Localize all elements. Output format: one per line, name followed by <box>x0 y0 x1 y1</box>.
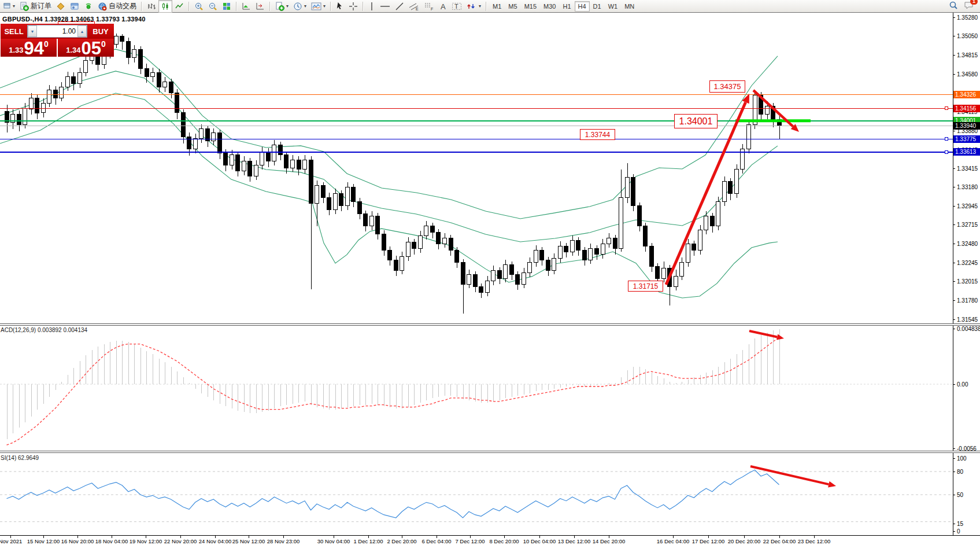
date-label: 20 Dec 20:00 <box>728 538 761 544</box>
timeframe-h1-button[interactable]: H1 <box>559 1 574 12</box>
main-chart-surface[interactable] <box>0 13 953 325</box>
text-tool-button[interactable]: A <box>437 0 449 13</box>
trendline-tool-button[interactable] <box>393 0 406 13</box>
candle-body <box>193 139 197 149</box>
bar-chart-type-button[interactable] <box>145 0 158 13</box>
timeframe-mn-button[interactable]: MN <box>621 1 638 12</box>
volume-stepper: ▼ 1.00 ▲ <box>27 25 87 38</box>
bid-price[interactable]: 1.33 94 0 <box>1 39 57 57</box>
tile-windows-button[interactable] <box>220 0 234 13</box>
hline-handle[interactable] <box>945 107 948 110</box>
date-label: 1 Dec 12:00 <box>353 538 383 544</box>
price-tick: 1.32245 <box>957 260 978 266</box>
volume-decrease-button[interactable]: ▼ <box>28 25 37 37</box>
candle-body <box>175 93 179 113</box>
candle-body <box>467 274 471 284</box>
price-label-1.34375[interactable]: 1.34375 <box>709 80 745 93</box>
new-order-label: 新订单 <box>31 1 51 11</box>
cursor-tool-button[interactable] <box>334 0 346 13</box>
date-label: 15 Nov 12:00 <box>27 538 60 544</box>
candle-body <box>60 87 64 98</box>
toolbar-separator <box>486 2 487 11</box>
notifications-button[interactable]: 1 <box>964 1 974 12</box>
zoom-out-button[interactable] <box>206 0 220 13</box>
periods-button[interactable]: ▾ <box>291 0 309 13</box>
timeframe-w1-button[interactable]: W1 <box>605 1 622 12</box>
new-order-button[interactable]: 新订单 <box>17 0 54 13</box>
macd-panel-surface[interactable] <box>0 326 953 452</box>
volume-increase-button[interactable]: ▲ <box>77 25 87 37</box>
panel-separator[interactable] <box>0 451 980 453</box>
signals-button[interactable] <box>82 0 95 13</box>
candle-body <box>746 125 750 149</box>
candle-body <box>339 194 343 206</box>
arrow-head <box>776 334 784 340</box>
hline-handle[interactable] <box>945 151 948 154</box>
timeframe-d1-button[interactable]: D1 <box>590 1 605 12</box>
candle-body <box>582 251 586 260</box>
candle-body <box>461 263 465 285</box>
text-icon: A <box>439 2 447 11</box>
volume-input[interactable]: 1.00 <box>37 27 77 35</box>
candle-body <box>272 145 276 161</box>
step-forward-button[interactable] <box>239 0 253 13</box>
candle-body <box>728 182 733 194</box>
chart-shift-button[interactable] <box>253 0 267 13</box>
sell-button[interactable]: SELL <box>1 27 27 36</box>
new-chart-button[interactable]: ▾ <box>273 0 291 13</box>
price-label-1.34001[interactable]: 1.34001 <box>674 114 718 128</box>
crosshair-tool-button[interactable] <box>346 0 360 13</box>
time-scale[interactable]: Nov 202115 Nov 12:0016 Nov 20:0018 Nov 0… <box>0 535 980 545</box>
bollinger-middle-band <box>0 71 778 242</box>
macd-scale-tick-mark <box>953 384 955 385</box>
date-label: 13 Dec 12:00 <box>558 538 591 544</box>
candle-body <box>437 233 441 244</box>
timeframe-h4-button[interactable]: H4 <box>575 1 590 12</box>
equidistant-channel-tool-button[interactable]: E <box>406 0 421 13</box>
price-scale[interactable]: 1.352801.350501.348151.345801.341151.338… <box>953 0 980 545</box>
candle-body <box>589 249 593 260</box>
candle-body <box>704 216 708 230</box>
candle-body <box>284 155 289 168</box>
horizontal-line-tool-button[interactable] <box>378 0 393 13</box>
rsi-scale-tick: 100 <box>957 455 967 462</box>
data-window-button[interactable] <box>68 0 82 13</box>
candle-body <box>680 263 684 277</box>
buy-button[interactable]: BUY <box>87 27 114 36</box>
fibonacci-tool-button[interactable]: F <box>421 0 437 13</box>
price-label-1.31715[interactable]: 1.31715 <box>628 281 663 292</box>
search-button[interactable] <box>949 1 958 12</box>
hline-handle[interactable] <box>945 138 948 141</box>
candle-body <box>558 246 562 259</box>
price-label-1.33744[interactable]: 1.33744 <box>580 129 615 140</box>
panel-separator[interactable] <box>0 323 980 326</box>
candle-body <box>309 160 313 204</box>
rsi-panel-surface[interactable] <box>0 453 953 535</box>
ask-price[interactable]: 1.34 05 0 <box>58 39 114 57</box>
line-chart-type-button[interactable] <box>172 0 186 13</box>
window-menu-icon[interactable]: ▾ <box>1 0 17 13</box>
timeframe-m5-button[interactable]: M5 <box>505 1 520 12</box>
candlestick-icon <box>161 2 170 11</box>
timeframe-m15-button[interactable]: M15 <box>521 1 540 12</box>
templates-button[interactable]: ▾ <box>309 0 328 13</box>
candle-body <box>497 270 501 278</box>
candle-body <box>77 72 82 84</box>
market-watch-button[interactable] <box>54 0 68 13</box>
timeframe-m30-button[interactable]: M30 <box>540 1 559 12</box>
macd-scale-tick-mark <box>953 448 955 449</box>
candle-body <box>412 242 416 249</box>
candlestick-chart-type-button[interactable] <box>158 0 172 13</box>
candle-body <box>661 268 665 278</box>
vertical-line-tool-button[interactable] <box>366 0 378 13</box>
candle-body <box>138 50 142 68</box>
red-arrow-annotation[interactable] <box>750 466 836 487</box>
timeframe-m1-button[interactable]: M1 <box>489 1 505 12</box>
rsi-scale-tick-mark <box>953 495 955 495</box>
arrows-tool-button[interactable]: ▾ <box>464 0 483 13</box>
text-label-tool-button[interactable]: T <box>449 0 464 13</box>
date-label: 23 Dec 12:00 <box>798 538 831 544</box>
zoom-in-button[interactable] <box>192 0 206 13</box>
price-tick-mark <box>953 281 955 282</box>
autotrading-button[interactable]: 自动交易 <box>95 0 139 13</box>
